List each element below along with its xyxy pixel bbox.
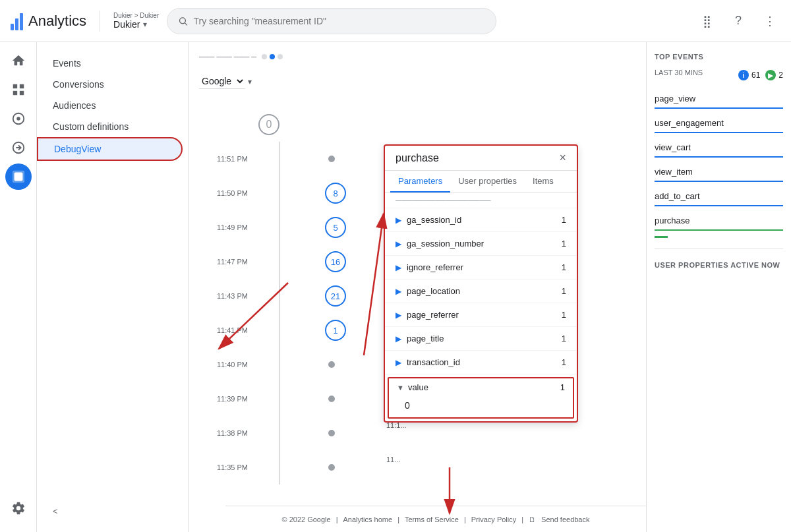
footer-feedback[interactable]: Send feedback (541, 516, 589, 523)
param-name: page_title (407, 334, 562, 343)
main-content: ─── ─── ─── ─ Google Chrome Firefox ▾ (189, 42, 646, 532)
timeline-row: 11:41 PM 1 (199, 313, 384, 347)
user-properties-section: USER PROPERTIES ACTIVE NOW (655, 260, 783, 270)
event-view-item[interactable]: view_item (655, 163, 783, 182)
param-expand-icon: ▶ (396, 216, 401, 225)
user-props-title: USER PROPERTIES ACTIVE NOW (655, 261, 780, 269)
event-purchase[interactable]: purchase (655, 212, 783, 231)
count-green: 2 (778, 71, 783, 80)
analytics-logo-icon (11, 12, 23, 30)
count-badge-blue: i (738, 70, 749, 80)
param-name: ga_session_number (407, 239, 562, 249)
svg-rect-5 (19, 91, 23, 95)
param-row[interactable]: ▶ ignore_referrer 1 (385, 256, 577, 280)
timeline-time: 11:35 PM (199, 463, 258, 471)
nav-advertising-icon[interactable] (5, 134, 32, 161)
pagination-row: ─── ─── ─── ─ (199, 53, 635, 61)
timeline-circle-1[interactable]: 1 (325, 320, 346, 341)
top-events-header: TOP EVENTS (655, 53, 783, 66)
param-count: 1 (562, 286, 566, 296)
more-icon[interactable]: ⋮ (759, 11, 780, 32)
event-view-cart[interactable]: view_cart (655, 138, 783, 158)
footer-terms[interactable]: Terms of Service (405, 516, 459, 523)
account-name[interactable]: Dukier ▾ (113, 19, 159, 30)
param-expand-icon: ▶ (396, 263, 401, 272)
account-selector[interactable]: Dukier > Dukier Dukier ▾ (113, 12, 159, 30)
timeline-time: 11:43 PM (199, 292, 258, 300)
timeline-time: 11:51 PM (199, 155, 258, 163)
purchase-panel-tabs: Parameters User properties Items (385, 171, 577, 193)
param-count: 1 (562, 215, 566, 225)
device-dropdown[interactable]: Google Chrome Firefox (199, 74, 245, 89)
timeline-row: 11:43 PM 21 (199, 279, 384, 313)
event-counts: i 61 ▶ 2 (738, 70, 783, 80)
nav-reports-icon[interactable] (5, 76, 32, 103)
timeline-row: 11:38 PM (199, 416, 384, 450)
timeline-dot[interactable] (328, 156, 335, 162)
timeline-circle-21[interactable]: 21 (325, 285, 346, 307)
tab-user-properties[interactable]: User properties (450, 171, 525, 192)
footer-copyright: © 2022 Google (282, 516, 331, 523)
param-expand-icon: ▶ (396, 287, 401, 296)
topbar: Analytics Dukier > Dukier Dukier ▾ ⣿ ? ⋮ (0, 0, 791, 42)
param-row[interactable]: ▶ transaction_id 1 (385, 351, 577, 374)
nav-home-icon[interactable] (5, 47, 32, 74)
nav-debugview-icon[interactable] (5, 163, 32, 190)
param-row[interactable]: ▶ page_title 1 (385, 327, 577, 351)
timeline-time: 11:50 PM (199, 189, 258, 197)
param-row[interactable]: ▶ page_referrer 1 (385, 303, 577, 327)
timeline-dot[interactable] (328, 430, 335, 436)
device-selector[interactable]: Google Chrome Firefox ▾ (199, 74, 635, 89)
nav-settings-icon[interactable] (5, 495, 32, 521)
timeline-row: 11:40 PM (199, 347, 384, 382)
pagination-dot-2[interactable] (270, 54, 275, 59)
timeline-dot[interactable] (328, 361, 335, 368)
param-row[interactable]: ▶ ga_session_number 1 (385, 232, 577, 256)
param-row[interactable]: ▶ page_location 1 (385, 280, 577, 303)
tab-items[interactable]: Items (525, 171, 562, 192)
pagination-dot-1[interactable] (262, 54, 267, 59)
timeline-circle-8[interactable]: 8 (325, 183, 346, 204)
sidebar-item-custom-definitions[interactable]: Custom definitions (37, 116, 183, 137)
sidebar-collapse-button[interactable]: < (37, 501, 188, 521)
param-value-row[interactable]: ▼ value 1 0 (388, 377, 574, 419)
param-count: 1 (562, 310, 566, 320)
timeline-dot[interactable] (328, 464, 335, 471)
app-title: Analytics (28, 13, 86, 30)
tab-parameters[interactable]: Parameters (390, 171, 450, 192)
sidebar-item-conversions[interactable]: Conversions (37, 74, 183, 95)
nav-explore-icon[interactable] (5, 105, 32, 132)
event-add-to-cart[interactable]: add_to_cart (655, 187, 783, 206)
sidebar-item-debugview[interactable]: DebugView (37, 137, 183, 161)
count-badge-green: ▶ (765, 70, 776, 80)
sidebar-item-events[interactable]: Events (37, 53, 183, 74)
param-name: page_referrer (407, 310, 562, 320)
pagination-dot-3[interactable] (278, 54, 283, 59)
search-bar[interactable] (167, 8, 496, 34)
timeline-row: 11:49 PM 5 (199, 210, 384, 245)
footer-privacy[interactable]: Privacy Policy (471, 516, 516, 523)
timeline-time: 11:49 PM (199, 223, 258, 231)
feedback-icon: 🗋 (529, 516, 536, 523)
footer-analytics-home[interactable]: Analytics home (343, 516, 393, 523)
topbar-actions: ⣿ ? ⋮ (696, 11, 780, 32)
collapse-icon: < (53, 506, 58, 516)
last-mins-label: LAST 30 MINS (655, 69, 703, 76)
search-input[interactable] (193, 16, 485, 26)
event-page-view[interactable]: page_view (655, 90, 783, 109)
param-count: 1 (562, 239, 566, 249)
event-time: 11... (386, 442, 426, 477)
event-user-engagement[interactable]: user_engagement (655, 114, 783, 133)
event-count-green: ▶ 2 (765, 70, 783, 80)
timeline-circle-16[interactable]: 16 (325, 251, 346, 272)
sidebar-item-audiences[interactable]: Audiences (37, 95, 183, 116)
timeline-events: 11:51 PM 11:50 PM 8 11:49 PM (199, 142, 384, 485)
help-icon[interactable]: ? (728, 11, 749, 32)
timeline-circle-5[interactable]: 5 (325, 217, 346, 238)
apps-icon[interactable]: ⣿ (696, 11, 717, 32)
param-row[interactable]: ▶ ga_session_id 1 (385, 208, 577, 232)
purchase-panel-close-button[interactable]: × (559, 151, 566, 165)
timeline-dot[interactable] (328, 396, 335, 402)
param-count: 1 (562, 334, 566, 343)
timeline-container: 0 11:51 PM 11:50 PM 8 (199, 105, 384, 485)
